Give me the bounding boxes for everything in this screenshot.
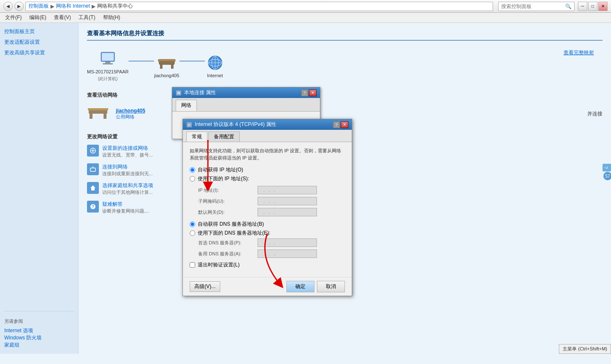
menu-file[interactable]: 文件(F) — [2, 13, 25, 22]
node-router: jiachong405 — [154, 54, 179, 78]
breadcrumb-item-2[interactable]: 网络和 Internet — [56, 3, 90, 10]
alternate-dns-row: 备用 DNS 服务器(A): — [198, 249, 345, 258]
ip-address-row: IP 地址(I): — [198, 186, 345, 194]
menu-view[interactable]: 查看(V) — [50, 13, 74, 22]
sidebar-item-adapter[interactable]: 更改适配器设置 — [4, 39, 74, 46]
node-internet: Internet — [205, 54, 225, 78]
svg-rect-5 — [160, 64, 163, 69]
menu-edit[interactable]: 编辑(E) — [26, 13, 50, 22]
sidebar-item-sharing[interactable]: 更改高级共享设置 — [4, 49, 74, 56]
menu-tools[interactable]: 工具(T) — [75, 13, 98, 22]
network-map: MS-20170215PAAR (此计算机) jiachong405 — [87, 49, 603, 83]
search-bar: 🔍 — [498, 2, 575, 11]
status-bar: 主菜单 (Ctrl+Shift+M) — [559, 344, 611, 354]
action-title-1[interactable]: 连接到网络 — [102, 163, 153, 171]
auto-ip-radio[interactable] — [190, 167, 195, 173]
dialog-local-title: 本地连接 属性 — [184, 89, 216, 96]
network-name[interactable]: jiachong405 — [116, 108, 145, 114]
search-input[interactable] — [501, 3, 565, 9]
svg-rect-3 — [103, 63, 113, 64]
new-connection-icon — [87, 145, 99, 157]
manual-dns-label: 使用下面的 DNS 服务器地址(E): — [198, 230, 270, 237]
title-bar: ◀ ▶ 控制面板 ▶ 网络和 Internet ▶ 网络和共享中心 🔍 ─ □ … — [0, 0, 611, 13]
auto-ip-label: 自动获得 IP 地址(O) — [198, 166, 243, 174]
dialog-ipv4-title: Internet 协议版本 4 (TCP/IPv4) 属性 — [195, 121, 276, 128]
dialog-ipv4-desc: 如果网络支持此功能，则可以获取自动指派的 IP 设置。否则，需要从网络系统管理员… — [190, 147, 345, 161]
dialog-ipv4-help-btn[interactable]: ? — [333, 121, 340, 128]
search-icon[interactable]: 🔍 — [565, 3, 572, 9]
dialog-ipv4: IP Internet 协议版本 4 (TCP/IPv4) 属性 ? ✕ 常规 … — [182, 119, 352, 296]
validate-checkbox-row: 退出时验证设置(L) — [190, 261, 345, 269]
dialog-ipv4-tab-alternate[interactable]: 备用配置 — [208, 132, 240, 142]
node-computer: MS-20170215PAAR (此计算机) — [87, 50, 129, 82]
sidebar-item-internet-options[interactable]: Internet 选项 — [4, 327, 74, 334]
view-full-map-link[interactable]: 查看完整映射 — [563, 49, 594, 56]
preferred-dns-input[interactable] — [258, 238, 317, 247]
svg-rect-15 — [104, 114, 107, 119]
ip-address-input[interactable] — [258, 186, 317, 194]
dialog-ipv4-footer: 高级(V)... 确定 取消 — [183, 277, 352, 296]
dialog-local-titlebar: N 本地连接 属性 ? ✕ — [172, 87, 320, 98]
also-see-title: 另请参阅 — [4, 318, 74, 325]
network-type[interactable]: 公用网络 — [116, 114, 145, 120]
sidebar: 控制面板主页 更改适配器设置 更改高级共享设置 另请参阅 Internet 选项… — [0, 23, 78, 354]
gateway-label: 默认网关(D): — [198, 209, 258, 216]
cancel-button[interactable]: 取消 — [317, 281, 345, 292]
auto-dns-row: 自动获得 DNS 服务器地址(B) — [190, 221, 345, 228]
svg-rect-1 — [102, 53, 114, 61]
sidebar-item-firewall[interactable]: Windows 防火墙 — [4, 334, 74, 342]
sidebar-item-home[interactable]: 控制面板主页 — [4, 28, 74, 35]
network-info: jiachong405 公用网络 — [116, 108, 145, 120]
page-title: 查看基本网络信息并设置连接 — [87, 30, 603, 41]
auto-ip-row: 自动获得 IP 地址(O) — [190, 166, 345, 174]
close-button[interactable]: ✕ — [598, 2, 608, 11]
validate-label: 退出时验证设置(L) — [198, 261, 240, 269]
dialog-ipv4-tab-general[interactable]: 常规 — [186, 132, 207, 142]
validate-checkbox[interactable] — [190, 262, 195, 268]
svg-rect-6 — [171, 64, 174, 69]
dialog-ipv4-close-btn[interactable]: ✕ — [341, 121, 348, 128]
svg-rect-2 — [105, 62, 110, 63]
dialog-local-help-btn[interactable]: ? — [301, 90, 308, 96]
back-button[interactable]: ◀ — [3, 2, 13, 11]
troubleshoot-icon: ? — [87, 201, 99, 213]
help-button[interactable]: ? — [603, 164, 611, 171]
svg-text:N: N — [177, 91, 180, 95]
breadcrumb-item-1[interactable]: 控制面板 — [28, 3, 49, 10]
window-controls: ─ □ ✕ — [578, 2, 608, 11]
dialog-local-tab-network[interactable]: 网络 — [176, 100, 197, 111]
auto-dns-radio[interactable] — [190, 221, 195, 227]
action-desc-1: 连接到或重新连接到无... — [102, 171, 153, 177]
alternate-dns-input[interactable] — [258, 249, 317, 258]
menu-help[interactable]: 帮助(H) — [100, 13, 124, 22]
manual-dns-row: 使用下面的 DNS 服务器地址(E): — [190, 230, 345, 237]
dialog-local-icon: N — [176, 90, 182, 96]
ip-mode-group: 自动获得 IP 地址(O) 使用下面的 IP 地址(S): — [190, 166, 345, 182]
alternate-dns-label: 备用 DNS 服务器(A): — [198, 251, 258, 257]
action-title-3[interactable]: 疑难解答 — [102, 201, 149, 208]
homegroup-icon — [87, 182, 99, 194]
maximize-button[interactable]: □ — [588, 2, 597, 11]
action-title-0[interactable]: 设置新的连接或网络 — [102, 145, 153, 152]
svg-text:?: ? — [92, 204, 94, 209]
advanced-button[interactable]: 高级(V)... — [190, 281, 220, 292]
node-internet-label: Internet — [207, 73, 223, 78]
network-bench-icon — [87, 103, 109, 125]
manual-ip-row: 使用下面的 IP 地址(S): — [190, 175, 345, 182]
nav-area: ◀ ▶ 控制面板 ▶ 网络和 Internet ▶ 网络和共享中心 🔍 — [3, 2, 575, 11]
manual-ip-radio[interactable] — [190, 176, 195, 182]
scroll-indicator: 57 — [603, 172, 611, 180]
action-title-2[interactable]: 选择家庭组和共享选项 — [102, 182, 153, 189]
dialog-ipv4-action-bttns: 确定 取消 — [286, 281, 345, 292]
manual-dns-radio[interactable] — [190, 230, 195, 236]
minimize-button[interactable]: ─ — [578, 2, 587, 11]
gateway-input[interactable] — [258, 208, 317, 216]
ok-button[interactable]: 确定 — [286, 281, 314, 292]
action-text-troubleshoot: 疑难解答 诊断并修复网络问题,... — [102, 201, 149, 214]
subnet-input[interactable] — [258, 197, 317, 205]
action-desc-0: 设置无线、宽带、拨号... — [102, 152, 153, 158]
sidebar-item-homegroup[interactable]: 家庭组 — [4, 342, 74, 349]
connector-1 — [129, 61, 154, 62]
dialog-local-close-btn[interactable]: ✕ — [309, 90, 317, 96]
forward-button[interactable]: ▶ — [14, 2, 24, 11]
